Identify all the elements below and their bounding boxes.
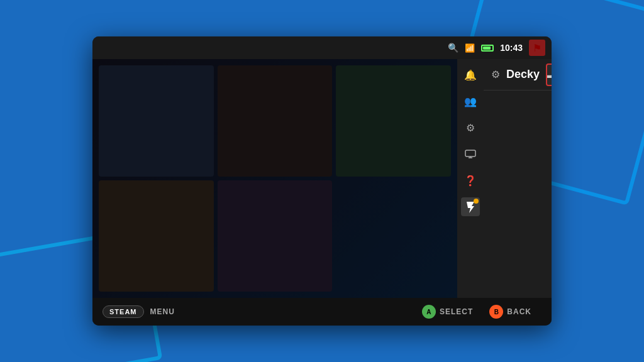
decky-settings-icon[interactable]: ⚙ [491,69,500,80]
back-action: B BACK [489,305,541,319]
search-icon[interactable]: 🔍 [448,43,458,53]
game-thumb-2 [218,65,333,177]
a-button[interactable]: A [422,305,436,319]
menu-label: MENU [150,307,175,316]
status-bar: 🔍 📶 10:43 ⚑ [92,36,552,59]
sidebar-item-help[interactable]: ❓ [461,171,480,190]
status-time: 10:43 [500,43,523,53]
decky-close-button[interactable]: ▬ [546,63,552,86]
decky-title: Decky [506,68,540,81]
battery-icon [481,45,494,52]
game-thumb-5 [218,180,333,292]
sidebar-item-plugins[interactable] [461,197,480,216]
game-thumb-1 [99,65,214,177]
game-thumb-4 [99,180,214,292]
steam-badge: STEAM [103,305,144,318]
decky-panel: ⚙ Decky ▬ [484,59,552,298]
sidebar-item-friends[interactable]: 👥 [461,92,480,111]
plugin-notification-badge [474,199,479,204]
b-button[interactable]: B [489,305,503,319]
wifi-icon: 📶 [465,43,475,53]
bottom-bar: STEAM MENU A SELECT B BACK [92,298,552,326]
steam-label: STEAM [109,308,137,315]
select-label: SELECT [440,307,473,316]
game-thumb-3 [336,65,451,177]
sidebar-item-notifications[interactable]: 🔔 [461,65,480,84]
quick-access-sidebar: 🔔 👥 ⚙ ❓ [457,59,484,298]
select-action: A SELECT [422,305,483,319]
game-background [92,59,457,298]
decky-header: ⚙ Decky ▬ [484,59,552,90]
back-label: BACK [507,307,531,316]
b-button-label: B [494,309,499,315]
a-button-label: A [426,309,431,315]
sidebar-item-settings[interactable]: ⚙ [461,118,480,137]
avatar[interactable]: ⚑ [529,40,545,56]
sidebar-item-display[interactable] [461,145,480,163]
close-icon: ▬ [547,70,552,80]
svg-rect-0 [465,150,475,156]
device-screen: 🔍 📶 10:43 ⚑ 🔔 👥 ⚙ [92,36,552,326]
